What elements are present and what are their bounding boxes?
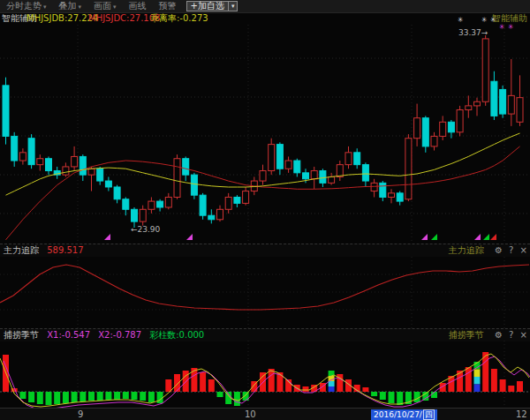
- chevron-down-icon[interactable]: ▾: [229, 1, 238, 11]
- add-to-watchlist-button[interactable]: +加自选 ▾: [186, 1, 238, 11]
- toolbar: 分时走势▾ 叠加▾ 画面▾ 画线 预警 +加自选 ▾: [0, 0, 530, 13]
- rainbow-segment: [329, 386, 335, 392]
- candle-body: [225, 197, 231, 209]
- candle-body: [517, 98, 523, 123]
- signal-flag: [483, 234, 489, 240]
- candle-body: [303, 173, 309, 179]
- tab-view[interactable]: 画面▾: [87, 0, 123, 12]
- weekday-badge: 四: [423, 409, 435, 420]
- histogram-bar: [157, 392, 163, 403]
- gear-icon[interactable]: ⚙: [495, 330, 503, 340]
- candle-body: [440, 122, 446, 136]
- candle-body: [105, 181, 111, 187]
- candle-body: [474, 101, 481, 106]
- panel3-title: 捕捞季节: [4, 330, 39, 340]
- indicator-value-row: 智能辅助 MHJSJDB:27.224 MHJSJDC:27.108 乖离率:-…: [0, 12, 530, 25]
- histogram-bar: [362, 387, 368, 392]
- candle-body: [354, 153, 360, 165]
- signal-star-icon: ✳: [508, 24, 514, 31]
- histogram-bar: [508, 386, 514, 392]
- candle-body: [285, 161, 292, 169]
- panel2-curve: [0, 265, 529, 310]
- candle-body: [132, 209, 138, 221]
- candle-body: [457, 109, 463, 131]
- rainbow-segment: [474, 370, 481, 378]
- close-icon[interactable]: ×: [520, 330, 527, 340]
- low-price-label: ←23.90: [131, 226, 160, 234]
- histogram-bar: [46, 392, 52, 405]
- candle-body: [397, 193, 403, 201]
- histogram-bar: [165, 379, 171, 392]
- candle-body: [337, 165, 343, 177]
- histogram-bar: [105, 392, 111, 400]
- panel3-x1-value: X1:-0.547: [47, 330, 90, 340]
- fishing-season-panel[interactable]: [0, 341, 530, 408]
- panel2-title: 主力追踪: [4, 245, 39, 255]
- candle-body: [114, 187, 120, 199]
- histogram-bar: [303, 386, 309, 392]
- histogram-bar: [276, 372, 283, 392]
- main-candlestick-chart[interactable]: [0, 25, 530, 244]
- candle-body: [260, 171, 266, 182]
- panel3-x2-value: X2:-0.787: [98, 330, 141, 340]
- candle-body: [320, 171, 326, 184]
- histogram-bar: [371, 392, 377, 396]
- histogram-bar: [269, 369, 275, 392]
- candle-body: [276, 145, 283, 169]
- candle-body: [63, 167, 69, 175]
- candle-body: [243, 191, 249, 204]
- help-icon[interactable]: ?: [509, 330, 513, 340]
- candle-body: [88, 169, 95, 175]
- histogram-bar: [397, 392, 403, 405]
- gear-icon[interactable]: ⚙: [495, 245, 503, 255]
- candle-body: [46, 159, 52, 171]
- signal-flag: [186, 234, 193, 240]
- histogram-bar: [88, 392, 95, 401]
- histogram-bar: [80, 392, 86, 401]
- help-icon[interactable]: ?: [509, 245, 513, 255]
- candle-body: [234, 197, 240, 203]
- candle-body: [72, 156, 78, 167]
- candle-body: [80, 156, 86, 175]
- main-force-tracking-panel[interactable]: [0, 257, 530, 328]
- candle-body: [208, 215, 215, 220]
- tab-timeline[interactable]: 分时走势▾: [0, 0, 53, 12]
- signal-flag: [104, 234, 110, 240]
- histogram-bar: [63, 392, 69, 403]
- candle-body: [362, 165, 368, 181]
- histogram-bar: [140, 392, 146, 401]
- candle-body: [431, 136, 437, 146]
- candle-body: [200, 195, 206, 215]
- histogram-bar: [500, 379, 506, 392]
- histogram-bar: [234, 392, 240, 406]
- high-price-label: 33.37→: [458, 29, 488, 37]
- candle-body: [37, 159, 43, 165]
- candle-body: [11, 136, 18, 161]
- histogram-bar: [174, 374, 180, 392]
- time-axis: 9 10 12 2016/10/27/四: [0, 408, 530, 420]
- histogram-bar: [28, 392, 34, 402]
- panel3-right-title: 捕捞季节: [449, 330, 484, 340]
- candle-body: [123, 199, 129, 210]
- histogram-bar: [380, 392, 386, 400]
- signal-flag: [490, 234, 496, 240]
- candle-body: [482, 39, 488, 101]
- close-icon[interactable]: ×: [520, 245, 527, 255]
- date-chip: 2016/10/27/四: [371, 409, 437, 420]
- axis-tick: 10: [245, 409, 256, 419]
- tab-overlay[interactable]: 叠加▾: [53, 0, 88, 12]
- histogram-bar: [54, 392, 60, 404]
- panel2-value: 589.517: [47, 245, 83, 255]
- signal-star-icon: ✳: [490, 17, 496, 24]
- signal-star-icon: ✳: [499, 24, 505, 31]
- histogram-bar: [208, 379, 215, 392]
- tab-drawline[interactable]: 画线: [123, 0, 153, 12]
- candle-body: [508, 95, 514, 114]
- candle-body: [19, 153, 26, 161]
- signal-flag: [474, 234, 481, 240]
- main-force-svg: [0, 257, 530, 328]
- histogram-bar: [517, 381, 523, 392]
- chevron-down-icon: ▾: [79, 4, 82, 11]
- histogram-bar: [389, 392, 395, 403]
- tab-alert[interactable]: 预警: [153, 0, 183, 12]
